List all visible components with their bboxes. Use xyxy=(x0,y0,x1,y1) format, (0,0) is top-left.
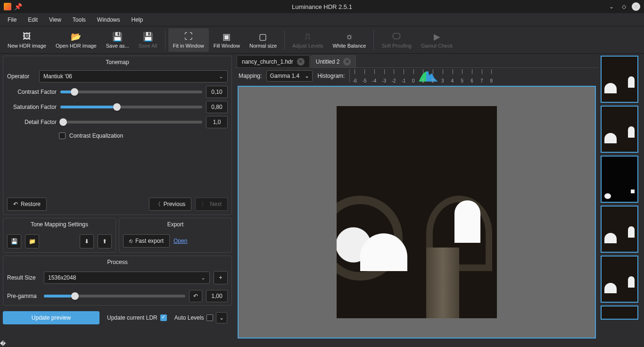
save-as-button[interactable]: 💾Save as... xyxy=(101,28,134,52)
next-button: 〉Next xyxy=(195,198,228,211)
pregamma-value[interactable]: 1,00 xyxy=(206,290,228,302)
open-hdr-button[interactable]: 📂Open HDR image xyxy=(51,28,101,52)
image-canvas[interactable] xyxy=(238,86,596,339)
fast-export-button[interactable]: ⎋Fast export xyxy=(123,234,170,248)
mapping-bar: Mapping: Gamma 1.4 ⌄ Histogram: -6-5-4-3… xyxy=(235,68,599,84)
open-link[interactable]: Open xyxy=(173,238,187,244)
chevron-down-icon: ⌄ xyxy=(305,73,309,79)
upload-icon: ⬆ xyxy=(102,238,107,245)
saturation-slider[interactable] xyxy=(60,106,202,108)
slider-thumb[interactable] xyxy=(113,103,121,111)
add-size-button[interactable]: + xyxy=(214,271,228,284)
new-hdr-button[interactable]: 🖼New HDR image xyxy=(3,28,51,52)
save-all-button: 💾Save All xyxy=(134,28,162,52)
menu-edit[interactable]: Edit xyxy=(23,15,42,25)
menu-file[interactable]: File xyxy=(3,15,21,25)
contrast-eq-checkbox[interactable] xyxy=(59,132,66,139)
chevron-down-icon: ⌄ xyxy=(219,314,224,321)
slider-thumb[interactable] xyxy=(71,292,79,300)
normal-size-button[interactable]: ▢Normal size xyxy=(245,28,281,52)
menu-tools[interactable]: Tools xyxy=(68,15,91,25)
histogram[interactable]: -6-5-4-3-2-1012345678 xyxy=(349,69,491,83)
levels-icon: ⎍ xyxy=(305,32,310,42)
saturation-value[interactable]: 0,80 xyxy=(206,101,228,113)
separator xyxy=(165,30,165,50)
image-icon: 🖼 xyxy=(23,32,31,42)
result-size-label: Result Size xyxy=(7,274,40,281)
contrast-value[interactable]: 0,10 xyxy=(206,86,228,98)
tab-label: Untitled 2 xyxy=(316,58,340,65)
mapping-value: Gamma 1.4 xyxy=(270,73,299,79)
menu-windows[interactable]: Windows xyxy=(92,15,125,25)
menu-view[interactable]: View xyxy=(44,15,66,25)
detail-value[interactable]: 1,0 xyxy=(206,116,228,128)
tabs: nancy_church_1.hdr ✕ Untitled 2 ✕ xyxy=(235,54,599,68)
export-button[interactable]: ⬆ xyxy=(98,234,112,248)
adjust-levels-button: ⎍Adjust Levels xyxy=(288,28,328,52)
result-size-select[interactable]: 1536x2048 xyxy=(44,272,210,284)
auto-levels-options-button[interactable]: ⌄ xyxy=(216,312,227,323)
operator-value: Mantiuk '06 xyxy=(43,73,72,80)
plus-icon: + xyxy=(219,274,222,281)
fit-window-button[interactable]: ⛶Fit in Window xyxy=(168,28,209,52)
pregamma-slider[interactable] xyxy=(44,295,185,297)
mapping-select[interactable]: Gamma 1.4 ⌄ xyxy=(266,70,313,82)
contrast-label: Contrast Factor xyxy=(7,89,57,95)
contrast-eq-label: Contrast Equalization xyxy=(69,132,123,139)
close-icon[interactable]: ✕ xyxy=(632,2,640,11)
folder-icon: 📁 xyxy=(29,238,36,245)
update-preview-button[interactable]: Update preview xyxy=(3,311,99,324)
tab-nancy-church[interactable]: nancy_church_1.hdr ✕ xyxy=(237,55,310,67)
detail-slider[interactable] xyxy=(60,121,202,124)
left-panel: Tonemap Operator Mantiuk '06 Contrast Fa… xyxy=(0,54,235,340)
center-area: nancy_church_1.hdr ✕ Untitled 2 ✕ Mappin… xyxy=(235,54,599,340)
thumbnail[interactable] xyxy=(601,256,638,303)
download-icon: ⬇ xyxy=(84,238,89,245)
reset-pregamma-button[interactable]: ↶ xyxy=(189,290,202,302)
close-tab-icon[interactable]: ✕ xyxy=(343,58,351,66)
minimize-icon[interactable]: ⌄ xyxy=(607,2,616,11)
titlebar: 📌 Luminance HDR 2.5.1 ⌄ ◇ ✕ xyxy=(0,0,644,13)
fill-icon: ▣ xyxy=(223,32,231,42)
update-ldr-checkbox[interactable] xyxy=(160,314,167,321)
previous-button[interactable]: 〈Previous xyxy=(149,198,192,211)
monitor-icon: 🖵 xyxy=(392,32,401,42)
undo-icon: ↶ xyxy=(13,201,18,207)
maximize-icon[interactable]: ◇ xyxy=(619,2,628,11)
auto-levels-label: Auto Levels xyxy=(174,314,204,321)
separator xyxy=(373,30,374,50)
tab-untitled[interactable]: Untitled 2 ✕ xyxy=(311,55,356,67)
menubar: File Edit View Tools Windows Help xyxy=(0,13,644,26)
contrast-slider[interactable] xyxy=(60,91,202,93)
detail-label: Detail Factor xyxy=(7,119,57,125)
menu-help[interactable]: Help xyxy=(127,15,148,25)
save-settings-button[interactable]: 💾 xyxy=(7,234,21,248)
close-tab-icon[interactable]: ✕ xyxy=(297,58,305,66)
process-panel: Process Result Size 1536x2048 + Pre-gamm… xyxy=(3,256,232,306)
slider-thumb[interactable] xyxy=(59,118,67,126)
soft-proofing-button: 🖵Soft Proofing xyxy=(377,28,416,52)
saturation-label: Saturation Factor xyxy=(7,104,57,110)
thumbnail[interactable] xyxy=(601,106,638,153)
export-panel: Export ⎋Fast export Open xyxy=(119,218,232,253)
fill-window-button[interactable]: ▣Fill Window xyxy=(209,28,245,52)
separator xyxy=(284,30,285,50)
operator-label: Operator xyxy=(7,73,35,80)
chevron-down-icon xyxy=(219,73,223,80)
restore-button[interactable]: ↶Restore xyxy=(7,198,47,211)
thumbnail[interactable] xyxy=(601,56,638,103)
tonemap-title: Tonemap xyxy=(3,56,231,68)
load-settings-button[interactable]: 📁 xyxy=(25,234,39,248)
sun-icon: ☼ xyxy=(346,32,354,42)
toolbar: 🖼New HDR image 📂Open HDR image 💾Save as.… xyxy=(0,26,644,54)
pin-icon[interactable]: 📌 xyxy=(14,3,22,10)
histogram-label: Histogram: xyxy=(317,73,345,79)
white-balance-button[interactable]: ☼White Balance xyxy=(328,28,371,52)
operator-select[interactable]: Mantiuk '06 xyxy=(39,70,228,83)
import-button[interactable]: ⬇ xyxy=(80,234,94,248)
auto-levels-checkbox[interactable] xyxy=(206,314,213,321)
slider-thumb[interactable] xyxy=(71,88,78,96)
thumbnail[interactable] xyxy=(601,306,638,320)
thumbnail[interactable] xyxy=(601,206,638,253)
thumbnail[interactable] xyxy=(601,156,638,203)
